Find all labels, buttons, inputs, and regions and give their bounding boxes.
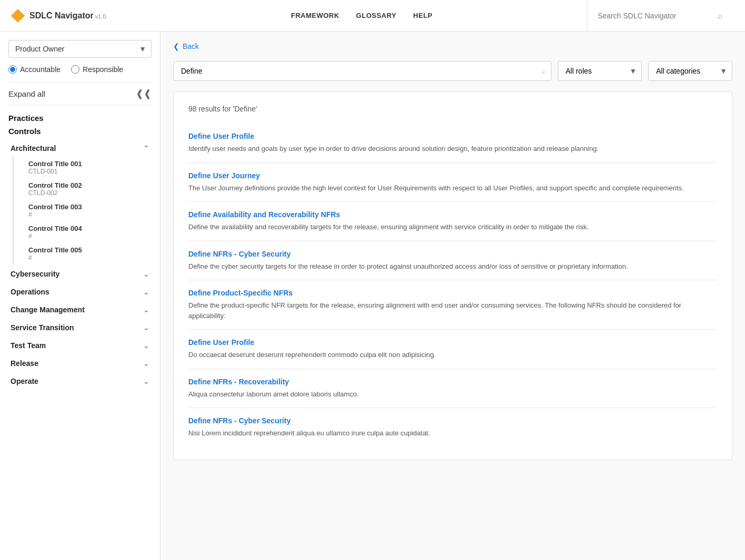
list-item[interactable]: Control Title 002 CTLD-002 <box>24 178 152 200</box>
result-title[interactable]: Define User Profile <box>188 132 717 140</box>
result-title[interactable]: Define NFRs - Recoverability <box>188 378 717 386</box>
radio-accountable[interactable]: Accountable <box>8 65 61 74</box>
result-title[interactable]: Define NFRs - Cyber Security <box>188 250 717 258</box>
header-search-icon[interactable]: ⌕ <box>718 11 723 21</box>
category-change-management-header[interactable]: Change Management ⌄ <box>8 301 152 318</box>
categories-filter-select[interactable]: All categories Architectural Cybersecuri… <box>648 61 732 81</box>
sidebar-categories: Architectural ⌃ Control Title 001 CTLD-0… <box>8 140 152 390</box>
role-dropdown[interactable]: Product Owner Developer Architect Tester <box>8 40 152 58</box>
result-desc: Identify user needs and goals by user ty… <box>188 144 717 154</box>
category-change-management: Change Management ⌄ <box>8 301 152 318</box>
category-change-management-chevron-icon: ⌄ <box>143 306 149 314</box>
list-item[interactable]: Control Title 001 CTLD-001 <box>24 157 152 178</box>
back-chevron-icon: ❮ <box>173 42 179 50</box>
category-service-transition-chevron-icon: ⌄ <box>143 323 149 332</box>
category-service-transition-name: Service Transition <box>11 323 74 332</box>
expand-all-icon: ❰❰ <box>136 88 152 99</box>
svg-marker-0 <box>11 9 24 22</box>
category-release: Release ⌄ <box>8 355 152 372</box>
category-test-team-chevron-icon: ⌄ <box>143 341 149 350</box>
category-change-management-name: Change Management <box>11 306 85 314</box>
content-search-input[interactable] <box>173 61 551 81</box>
nav-glossary[interactable]: GLOSSARY <box>356 12 396 19</box>
results-panel: 98 results for 'Define' Define User Prof… <box>173 91 732 460</box>
main-layout: Product Owner Developer Architect Tester… <box>0 32 745 560</box>
logo-area: SDLC Navigatorv1.0 <box>11 8 116 23</box>
list-item[interactable]: Control Title 005 # <box>24 243 152 264</box>
header-search-area: ⌕ <box>587 11 734 21</box>
category-release-header[interactable]: Release ⌄ <box>8 355 152 372</box>
back-link[interactable]: ❮ Back <box>173 42 732 50</box>
category-service-transition: Service Transition ⌄ <box>8 319 152 336</box>
result-item: Define User Profile Do occaecat deserunt… <box>188 330 717 369</box>
category-operate: Operate ⌄ <box>8 373 152 390</box>
main-nav: FRAMEWORK GLOSSARY HELP <box>116 12 587 19</box>
expand-all-label: Expand all <box>8 89 45 98</box>
category-architectural-header[interactable]: Architectural ⌃ <box>8 140 152 157</box>
category-operate-name: Operate <box>11 377 38 385</box>
result-item: Define NFRs - Cyber Security Nisi Lorem … <box>188 408 717 447</box>
radio-group: Accountable Responsible <box>8 65 152 74</box>
result-title[interactable]: Define Availability and Recoverability N… <box>188 210 717 219</box>
category-service-transition-header[interactable]: Service Transition ⌄ <box>8 319 152 336</box>
result-title[interactable]: Define NFRs - Cyber Security <box>188 416 717 425</box>
result-item: Define Availability and Recoverability N… <box>188 202 717 241</box>
architectural-items: Control Title 001 CTLD-001 Control Title… <box>13 157 152 264</box>
category-architectural-chevron-icon: ⌃ <box>143 144 149 152</box>
result-desc: The User Journey definitions provide the… <box>188 183 717 194</box>
category-operations-chevron-icon: ⌄ <box>143 288 149 296</box>
app-header: SDLC Navigatorv1.0 FRAMEWORK GLOSSARY HE… <box>0 0 745 32</box>
content-search-icon: ⌕ <box>542 67 546 75</box>
result-title[interactable]: Define Product-Specific NFRs <box>188 289 717 297</box>
results-count: 98 results for 'Define' <box>188 105 717 113</box>
expand-all-row[interactable]: Expand all ❰❰ <box>8 82 152 105</box>
result-item: Define Product-Specific NFRs Define the … <box>188 280 717 330</box>
category-cybersecurity-header[interactable]: Cybersecurity ⌄ <box>8 266 152 282</box>
category-architectural-name: Architectural <box>11 144 56 152</box>
category-operations-header[interactable]: Operations ⌄ <box>8 283 152 300</box>
roles-filter-select[interactable]: All roles Product Owner Developer Archit… <box>558 61 642 81</box>
result-item: Define User Profile Identify user needs … <box>188 124 717 163</box>
roles-filter-wrapper: All roles Product Owner Developer Archit… <box>558 61 642 81</box>
category-operate-chevron-icon: ⌄ <box>143 377 149 385</box>
radio-responsible[interactable]: Responsible <box>71 65 123 74</box>
result-desc: Aliqua consectetur laborum amet dolore l… <box>188 389 717 400</box>
list-item[interactable]: Control Title 004 # <box>24 221 152 243</box>
role-dropdown-wrapper: Product Owner Developer Architect Tester… <box>8 40 152 58</box>
category-test-team: Test Team ⌄ <box>8 337 152 354</box>
logo-icon <box>11 8 25 23</box>
category-test-team-name: Test Team <box>11 341 46 350</box>
logo-text: SDLC Navigatorv1.0 <box>29 11 106 21</box>
result-desc: Define the availability and recoverabili… <box>188 222 717 232</box>
category-release-name: Release <box>11 359 38 368</box>
category-cybersecurity-name: Cybersecurity <box>11 270 59 278</box>
practices-section-title: Practices <box>8 114 152 123</box>
search-input-wrapper: ⌕ <box>173 61 551 81</box>
result-item: Define User Journey The User Journey def… <box>188 163 717 202</box>
nav-help[interactable]: HELP <box>413 12 432 19</box>
result-desc: Do occaecat deserunt deserunt reprehende… <box>188 350 717 360</box>
category-architectural: Architectural ⌃ Control Title 001 CTLD-0… <box>8 140 152 264</box>
category-cybersecurity: Cybersecurity ⌄ <box>8 266 152 282</box>
nav-framework[interactable]: FRAMEWORK <box>291 12 339 19</box>
list-item[interactable]: Control Title 003 # <box>24 200 152 221</box>
result-item: Define NFRs - Recoverability Aliqua cons… <box>188 369 717 409</box>
category-operate-header[interactable]: Operate ⌄ <box>8 373 152 390</box>
result-title[interactable]: Define User Profile <box>188 338 717 347</box>
category-operations: Operations ⌄ <box>8 283 152 300</box>
category-operations-name: Operations <box>11 288 49 296</box>
controls-section-title: Controls <box>8 127 152 136</box>
result-desc: Define the product-specific NFR targets … <box>188 300 717 321</box>
result-item: Define NFRs - Cyber Security Define the … <box>188 241 717 281</box>
result-title[interactable]: Define User Journey <box>188 171 717 180</box>
sidebar: Product Owner Developer Architect Tester… <box>0 32 160 560</box>
result-desc: Nisi Lorem incididunt reprehenderit aliq… <box>188 428 717 439</box>
categories-filter-wrapper: All categories Architectural Cybersecuri… <box>648 61 732 81</box>
category-release-chevron-icon: ⌄ <box>143 359 149 368</box>
category-test-team-header[interactable]: Test Team ⌄ <box>8 337 152 354</box>
result-desc: Define the cyber security targets for th… <box>188 261 717 272</box>
category-cybersecurity-chevron-icon: ⌄ <box>143 270 149 278</box>
content-area: ❮ Back ⌕ All roles Product Owner Develop… <box>160 32 745 560</box>
header-search-input[interactable] <box>598 12 713 20</box>
search-filters-row: ⌕ All roles Product Owner Developer Arch… <box>173 61 732 81</box>
